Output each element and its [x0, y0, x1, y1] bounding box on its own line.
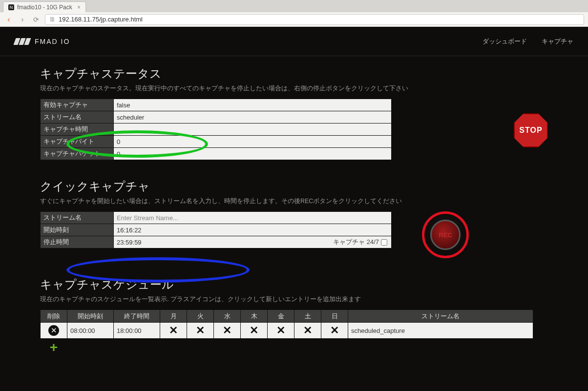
hdr-thu: 木	[241, 310, 268, 323]
status-packets-value: 0	[114, 148, 392, 160]
quick-stop-label: 停止時間	[41, 236, 114, 248]
logo-mark-icon	[15, 38, 30, 45]
quick-start-label: 開始時刻	[41, 224, 114, 236]
brand-text: FMAD IO	[35, 38, 70, 45]
quick-stream-label: ストリーム名	[41, 212, 114, 224]
row-stream-name[interactable]: scheduled_capture	[348, 323, 533, 339]
capture-247-label: キャプチャ 24/7	[333, 238, 379, 247]
quick-table: ストリーム名 開始時刻 16:16:22 停止時間 23:59:59	[40, 211, 392, 248]
brand-logo[interactable]: FMAD IO	[15, 38, 70, 45]
day-sat-toggle[interactable]: ✕	[303, 324, 312, 336]
day-fri-toggle[interactable]: ✕	[276, 324, 285, 336]
hdr-end: 終了時間	[114, 310, 160, 323]
quick-start-value[interactable]: 16:16:22	[114, 224, 392, 236]
status-bytes-label: キャプチャバイト	[41, 136, 114, 148]
row-end[interactable]: 18:00:00	[114, 323, 160, 339]
status-bytes-value: 0	[114, 136, 392, 148]
document-icon: 🗎	[49, 16, 56, 23]
delete-row-icon[interactable]: ✕	[48, 325, 59, 336]
status-time-label: キャプチャ時間	[41, 123, 114, 136]
back-button[interactable]: ‹	[4, 15, 14, 24]
status-packets-label: キャプチャパケット	[41, 148, 114, 160]
browser-tab[interactable]: N fmadio10 - 10G Pack ×	[3, 1, 86, 12]
close-icon[interactable]: ×	[77, 4, 81, 11]
status-desc: 現在のキャプチャのステータス。現在実行中のすべてのキャプチャを停止したい場合は、…	[40, 84, 548, 93]
hdr-sun: 日	[321, 310, 348, 323]
section-schedule: キャプチャスケジュール 現在のキャプチャのスケジュールを一覧表示. プラスアイコ…	[40, 277, 548, 355]
browser-chrome: N fmadio10 - 10G Pack × ‹ › ⟳ 🗎 192.168.…	[0, 0, 588, 27]
schedule-title: キャプチャスケジュール	[40, 277, 548, 292]
address-url: 192.168.11.75/jp.capture.html	[59, 16, 143, 23]
tab-row: N fmadio10 - 10G Pack ×	[0, 0, 588, 12]
hdr-tue: 火	[187, 310, 214, 323]
schedule-table: 削除 開始時刻 終了時間 月 火 水 木 金 土 日 ストリーム名 ✕ 08:0…	[40, 309, 533, 355]
status-enabled-value: false	[114, 99, 392, 111]
hdr-fri: 金	[268, 310, 294, 323]
nav-links: ダッシュボード キャプチャ	[483, 37, 573, 46]
row-start[interactable]: 08:00:00	[67, 323, 114, 339]
app-page: FMAD IO ダッシュボード キャプチャ キャプチャステータス 現在のキャプチ…	[0, 27, 588, 391]
quick-stop-value[interactable]: 23:59:59 キャプチャ 24/7	[114, 236, 392, 248]
address-row: ‹ › ⟳ 🗎 192.168.11.75/jp.capture.html	[0, 12, 588, 27]
forward-button[interactable]: ›	[18, 15, 27, 24]
capture-247-checkbox[interactable]	[381, 239, 387, 246]
quick-title: クイックキャプチャ	[40, 179, 548, 194]
status-table: 有効キャプチャ false ストリーム名 scheduler キャプチャ時間 キ…	[40, 99, 392, 160]
day-tue-toggle[interactable]: ✕	[196, 324, 205, 336]
hdr-mon: 月	[160, 310, 187, 323]
status-time-value	[114, 123, 392, 136]
hdr-delete: 削除	[41, 310, 67, 323]
hdr-wed: 水	[214, 310, 241, 323]
address-bar[interactable]: 🗎 192.168.11.75/jp.capture.html	[45, 14, 584, 25]
status-stream-value: scheduler	[114, 111, 392, 123]
reload-button[interactable]: ⟳	[31, 15, 41, 24]
nav-dashboard[interactable]: ダッシュボード	[483, 37, 527, 46]
day-mon-toggle[interactable]: ✕	[169, 324, 178, 336]
quick-desc: すぐにキャプチャを開始したい場合は、ストリーム名を入力し、時間を停止します。その…	[40, 197, 548, 206]
nav-capture[interactable]: キャプチャ	[542, 37, 573, 46]
hdr-name: ストリーム名	[348, 310, 533, 323]
schedule-desc: 現在のキャプチャのスケジュールを一覧表示. プラスアイコンは、クリックして新しい…	[40, 295, 548, 304]
stream-name-input[interactable]	[117, 214, 388, 222]
rec-button-wrap: REC	[422, 211, 469, 258]
day-thu-toggle[interactable]: ✕	[250, 324, 258, 336]
hdr-start: 開始時刻	[67, 310, 114, 323]
add-row-icon[interactable]: +	[48, 342, 60, 353]
status-title: キャプチャステータス	[40, 66, 548, 82]
page-header: FMAD IO ダッシュボード キャプチャ	[0, 27, 588, 56]
schedule-row: ✕ 08:00:00 18:00:00 ✕ ✕ ✕ ✕ ✕ ✕ ✕ schedu…	[41, 323, 533, 339]
tab-title: fmadio10 - 10G Pack	[17, 4, 72, 11]
status-enabled-label: 有効キャプチャ	[41, 99, 114, 111]
favicon-icon: N	[8, 4, 14, 10]
section-capture-status: キャプチャステータス 現在のキャプチャのステータス。現在実行中のすべてのキャプチ…	[40, 66, 548, 160]
day-sun-toggle[interactable]: ✕	[330, 324, 339, 336]
status-stream-label: ストリーム名	[41, 111, 114, 123]
day-wed-toggle[interactable]: ✕	[223, 324, 231, 336]
stop-button[interactable]: STOP	[514, 113, 548, 147]
hdr-sat: 土	[294, 310, 321, 323]
section-quick-capture: クイックキャプチャ すぐにキャプチャを開始したい場合は、ストリーム名を入力し、時…	[40, 179, 548, 258]
